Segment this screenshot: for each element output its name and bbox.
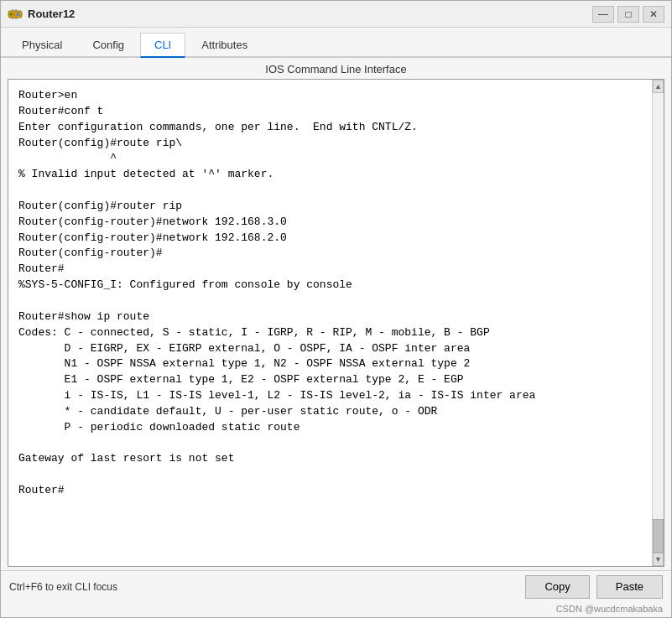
cli-textarea[interactable] (8, 80, 652, 566)
maximize-button[interactable]: □ (617, 6, 639, 23)
main-window: Router12 — □ ✕ Physical Config CLI Attri… (0, 0, 672, 618)
tab-bar: Physical Config CLI Attributes (1, 28, 671, 58)
scrollbar-thumb[interactable] (653, 519, 664, 553)
svg-point-1 (10, 13, 13, 15)
watermark: CSDN @wucdcmakabaka (1, 602, 671, 617)
scroll-down-button[interactable]: ▼ (653, 553, 664, 566)
cli-container: ▲ ▼ (8, 79, 664, 567)
tab-physical[interactable]: Physical (8, 33, 76, 56)
status-bar: Ctrl+F6 to exit CLI focus Copy Paste (1, 570, 671, 602)
cli-hint-text: Ctrl+F6 to exit CLI focus (9, 581, 518, 593)
scrollbar[interactable]: ▲ ▼ (652, 80, 664, 566)
router-icon (8, 7, 23, 22)
svg-point-2 (13, 13, 15, 15)
cli-heading: IOS Command Line Interface (1, 58, 671, 79)
scrollbar-track-area (653, 93, 664, 553)
minimize-button[interactable]: — (592, 6, 614, 23)
title-bar: Router12 — □ ✕ (1, 1, 671, 28)
tab-cli[interactable]: CLI (140, 33, 185, 58)
scroll-up-button[interactable]: ▲ (653, 80, 664, 93)
copy-button[interactable]: Copy (525, 575, 589, 599)
tab-attributes[interactable]: Attributes (187, 33, 262, 56)
paste-button[interactable]: Paste (596, 575, 663, 599)
window-title: Router12 (28, 8, 592, 20)
tab-config[interactable]: Config (78, 33, 138, 56)
close-button[interactable]: ✕ (643, 6, 664, 23)
svg-rect-3 (16, 13, 20, 16)
window-controls: — □ ✕ (592, 6, 664, 23)
